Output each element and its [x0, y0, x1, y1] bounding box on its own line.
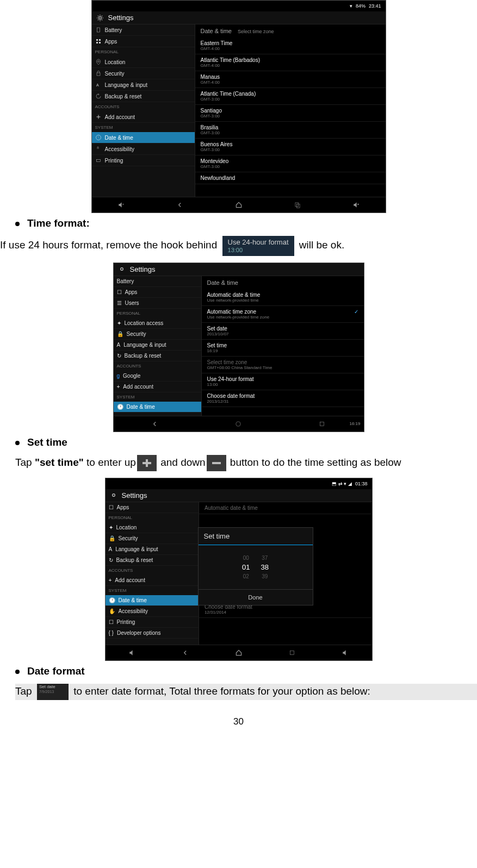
- sidebar-label: Language & input: [115, 546, 158, 552]
- setting-set-time[interactable]: Set time16:19: [202, 340, 364, 357]
- vol-down-icon[interactable]: [128, 649, 136, 657]
- title-text: Settings: [130, 265, 156, 273]
- chip-title: Set date: [39, 684, 55, 689]
- sidebar-label: Accessibility: [119, 608, 148, 614]
- recent-icon[interactable]: [318, 420, 326, 428]
- setting-title: Choose date format: [207, 393, 358, 399]
- sidebar-label: Apps: [105, 39, 117, 45]
- setting-set-date[interactable]: Set date2013/10/07: [202, 323, 364, 340]
- sidebar-item-location[interactable]: Location: [92, 57, 195, 68]
- svg-rect-15: [320, 422, 324, 426]
- sidebar-label: Security: [105, 71, 125, 77]
- tz-offset: GMT-3:00: [201, 164, 380, 169]
- sidebar-item-add-account[interactable]: Add account: [92, 111, 195, 123]
- gear-icon: [118, 265, 126, 273]
- sidebar-item-dev[interactable]: { } Developer options: [106, 628, 199, 639]
- sidebar-item-language[interactable]: A Language & input: [114, 340, 201, 351]
- sidebar-item-date-time[interactable]: Date & time: [92, 132, 195, 143]
- tz-name: Santiago: [201, 108, 380, 114]
- tz-item[interactable]: ManausGMT-4:00: [195, 71, 386, 88]
- nav-bar: [106, 645, 372, 660]
- sidebar-item-security[interactable]: 🔒 Security: [114, 329, 201, 340]
- setting-auto-date[interactable]: Automatic date & timeUse network-provide…: [202, 289, 364, 306]
- back-icon[interactable]: [182, 649, 189, 657]
- sidebar-label: Battery: [117, 278, 134, 284]
- screenshot-timezone: ▾ 84% 23:41 Settings Battery Apps PERSON…: [91, 0, 386, 213]
- sidebar-item-users[interactable]: ☰ Users: [114, 298, 201, 309]
- hour-wheel[interactable]: 00 01 02: [242, 554, 250, 580]
- sidebar-item-printing[interactable]: ☐ Printing: [106, 617, 199, 628]
- svg-rect-11: [295, 203, 298, 207]
- chip-title: Use 24-hour format: [228, 238, 289, 246]
- home-icon[interactable]: [234, 420, 242, 428]
- home-icon[interactable]: [235, 201, 243, 209]
- location-icon: [95, 59, 102, 65]
- sidebar-label: Printing: [105, 158, 123, 164]
- vol-down-icon[interactable]: [117, 201, 125, 209]
- sidebar-item-backup[interactable]: ↻ Backup & reset: [106, 555, 199, 566]
- sidebar-item-date-time[interactable]: 🕐 Date & time: [106, 595, 199, 606]
- text: will be ok.: [299, 239, 344, 251]
- tz-item[interactable]: MontevideoGMT-3:00: [195, 155, 386, 172]
- plus-button-icon: [137, 455, 157, 471]
- tz-item[interactable]: Atlantic Time (Canada)GMT-3:00: [195, 88, 386, 105]
- sidebar-label: Apps: [125, 289, 138, 295]
- setting-24hour[interactable]: Use 24-hour format13:00: [202, 373, 364, 390]
- text: Tap: [15, 457, 35, 468]
- sidebar-label: Printing: [117, 619, 135, 625]
- home-icon[interactable]: [235, 649, 243, 657]
- tz-item[interactable]: BrasiliaGMT-3:00: [195, 122, 386, 139]
- sidebar-item-add-account[interactable]: + Add account: [106, 575, 199, 586]
- text: and down: [158, 457, 206, 468]
- sidebar-item-apps[interactable]: ☐ Apps: [114, 287, 201, 298]
- sidebar-item-battery[interactable]: Battery: [114, 276, 201, 287]
- minute-selected: 38: [261, 562, 269, 572]
- checkbox-icon[interactable]: ✓: [354, 309, 358, 315]
- sidebar-item-battery[interactable]: Battery: [92, 24, 195, 36]
- tz-item[interactable]: SantiagoGMT-3:00: [195, 105, 386, 122]
- sidebar-item-backup[interactable]: Backup & reset: [92, 91, 195, 102]
- set-time-dialog: Set time 00 01 02 37 38 39 Done: [198, 527, 313, 605]
- tz-item[interactable]: Atlantic Time (Barbados)GMT-4:00: [195, 54, 386, 71]
- sidebar-item-google[interactable]: g Google: [114, 371, 201, 382]
- sidebar-item-language[interactable]: A Language & input: [106, 544, 199, 555]
- back-icon[interactable]: [151, 420, 159, 428]
- vol-up-icon[interactable]: [342, 649, 349, 657]
- sidebar-label: Accessibility: [105, 146, 134, 152]
- lock-icon: [95, 70, 102, 77]
- sidebar-label: Apps: [117, 504, 129, 510]
- sidebar-item-date-time[interactable]: 🕐 Date & time: [114, 402, 201, 413]
- setting-date-format[interactable]: Choose date format2013/12/31: [202, 390, 364, 407]
- tz-item[interactable]: Newfoundland: [195, 172, 386, 184]
- sidebar-item-apps[interactable]: Apps: [92, 36, 195, 47]
- recent-icon[interactable]: [294, 201, 301, 209]
- sidebar-item-security[interactable]: Security: [92, 68, 195, 79]
- sidebar-item-accessibility[interactable]: ✋ Accessibility: [106, 606, 199, 617]
- sidebar-header-personal: PERSONAL: [106, 513, 199, 522]
- sidebar-item-language[interactable]: ALanguage & input: [92, 79, 195, 91]
- back-icon[interactable]: [176, 201, 184, 209]
- setting-title: Set time: [207, 342, 358, 348]
- timezone-list: Date & time Select time zone Eastern Tim…: [195, 24, 386, 204]
- done-button[interactable]: Done: [199, 589, 313, 605]
- tz-offset: GMT-4:00: [201, 46, 380, 51]
- sidebar-item-backup[interactable]: ↻ Backup & reset: [114, 351, 201, 361]
- sidebar-label: Backup & reset: [105, 93, 142, 99]
- svg-rect-7: [97, 73, 100, 76]
- vol-up-icon[interactable]: [352, 201, 360, 209]
- sidebar-item-location[interactable]: ✦ Location: [106, 522, 199, 533]
- minute-wheel[interactable]: 37 38 39: [261, 554, 269, 580]
- svg-rect-12: [296, 204, 300, 208]
- time-pickers: 00 01 02 37 38 39: [199, 545, 313, 589]
- sidebar-item-printing[interactable]: Printing: [92, 155, 195, 166]
- setting-auto-tz[interactable]: ✓Automatic time zoneUse network-provided…: [202, 306, 364, 323]
- sidebar-item-location[interactable]: ✦ Location access: [114, 318, 201, 329]
- svg-point-16: [112, 494, 115, 497]
- tz-item[interactable]: Eastern TimeGMT-4:00: [195, 38, 386, 54]
- sidebar-item-security[interactable]: 🔒 Security: [106, 533, 199, 544]
- recent-icon[interactable]: [288, 649, 296, 657]
- tz-item[interactable]: Buenos AiresGMT-3:00: [195, 139, 386, 155]
- sidebar-item-add-account[interactable]: + Add account: [114, 382, 201, 392]
- sidebar-item-accessibility[interactable]: Accessibility: [92, 143, 195, 155]
- sidebar-item-apps[interactable]: ☐ Apps: [106, 502, 199, 513]
